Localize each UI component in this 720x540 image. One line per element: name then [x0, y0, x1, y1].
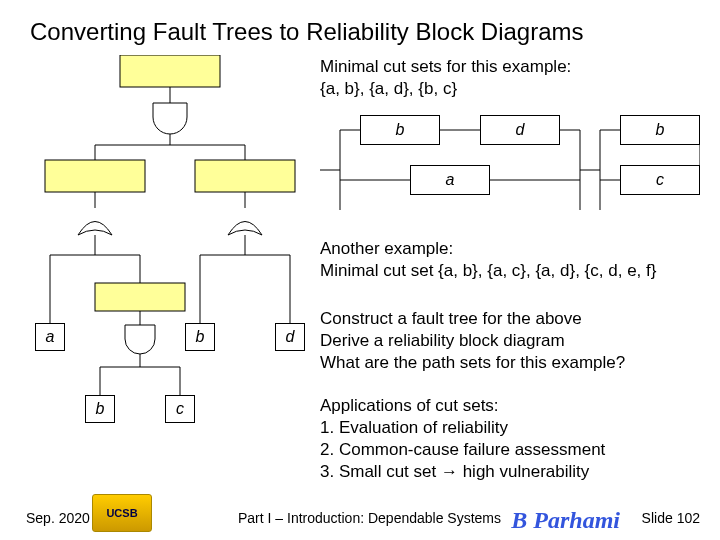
rbd-block-a: a	[410, 165, 490, 195]
rbd-block-b: b	[360, 115, 440, 145]
cutset-description: Minimal cut sets for this example: {a, b…	[320, 56, 571, 100]
author-name: B Parhami	[511, 507, 620, 534]
construct-l3: What are the path sets for this example?	[320, 353, 625, 372]
svg-rect-19	[45, 160, 145, 192]
svg-rect-31	[95, 283, 185, 311]
footer-date: Sep. 2020	[26, 510, 90, 526]
rbd-block-c: c	[620, 165, 700, 195]
reliability-block-diagram: b d b a c	[320, 115, 700, 225]
page-title: Converting Fault Trees to Reliability Bl…	[30, 18, 584, 46]
apps-l2: 1. Evaluation of reliability	[320, 418, 508, 437]
tree-leaf-a: a	[35, 323, 65, 351]
footer-subtitle: Part I – Introduction: Dependable System…	[238, 510, 501, 526]
construct-text: Construct a fault tree for the above Der…	[320, 308, 625, 374]
svg-rect-20	[195, 160, 295, 192]
tree-leaf-b: b	[185, 323, 215, 351]
tree-leaf-d: d	[275, 323, 305, 351]
construct-l1: Construct a fault tree for the above	[320, 309, 582, 328]
slide-number: Slide 102	[642, 510, 700, 526]
tree-leaf-b2: b	[85, 395, 115, 423]
cutset-sets: {a, b}, {a, d}, {b, c}	[320, 79, 457, 98]
apps-l4: 3. Small cut set → high vulnerability	[320, 462, 589, 481]
another-l1: Another example:	[320, 239, 453, 258]
rbd-block-d: d	[480, 115, 560, 145]
applications-text: Applications of cut sets: 1. Evaluation …	[320, 395, 605, 483]
fault-tree: a b d b c	[25, 55, 315, 485]
fault-tree-svg	[25, 55, 315, 495]
another-l2: Minimal cut set {a, b}, {a, c}, {a, d}, …	[320, 261, 656, 280]
rbd-block-b2: b	[620, 115, 700, 145]
tree-leaf-c: c	[165, 395, 195, 423]
ucsb-logo: UCSB	[92, 494, 152, 532]
another-example: Another example: Minimal cut set {a, b},…	[320, 238, 656, 282]
construct-l2: Derive a reliability block diagram	[320, 331, 565, 350]
cutset-intro: Minimal cut sets for this example:	[320, 57, 571, 76]
apps-l1: Applications of cut sets:	[320, 396, 499, 415]
svg-rect-13	[120, 55, 220, 87]
apps-l3: 2. Common-cause failure assessment	[320, 440, 605, 459]
